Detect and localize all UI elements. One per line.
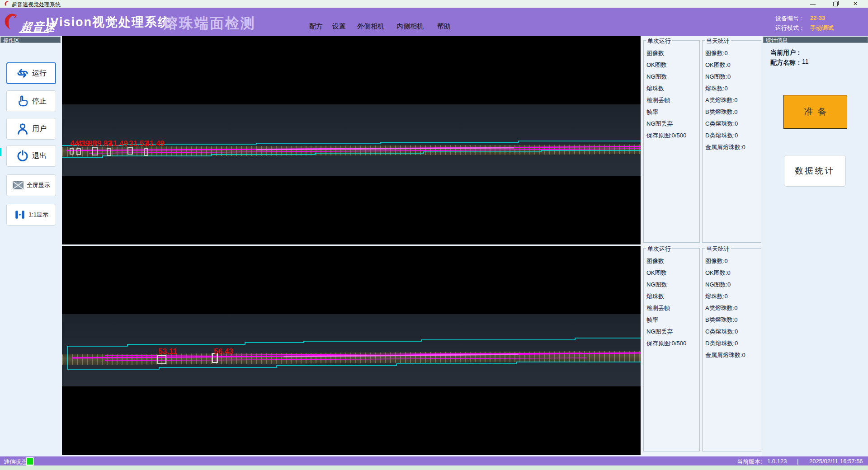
run-mode-value: 手动调试 [810, 24, 834, 32]
stat-row: A类熔珠数:0 [705, 94, 761, 106]
run-icon [16, 66, 29, 80]
user-icon [16, 122, 29, 136]
stat-row: 熔珠数 [646, 83, 699, 94]
menu-help[interactable]: 帮助 [437, 22, 451, 31]
single-run-groupbox-bottom: 单次运行 图像数 OK图数 NG图数 熔珠数 检测丢帧 帧率 NG图丢弃 保存原… [643, 248, 700, 451]
daily-stats-groupbox-bottom: 当天统计 图像数:0 OK图数:0 NG图数:0 熔珠数:0 A类熔珠数:0 B… [702, 248, 761, 451]
cyan-contour-top [67, 338, 641, 346]
stat-row: NG图数:0 [705, 71, 761, 83]
current-user-label: 当前用户： [770, 49, 802, 57]
stat-row: 帧率 [646, 106, 699, 118]
stat-row: NG图数 [646, 71, 699, 83]
statistics-columns: 单次运行 图像数 OK图数 NG图数 熔珠数 检测丢帧 帧率 NG图丢弃 保存原… [641, 36, 763, 456]
stop-button-label: 停止 [32, 97, 47, 106]
brand-underline [19, 32, 49, 33]
single-run-groupbox-top: 单次运行 图像数 OK图数 NG图数 熔珠数 检测丢帧 帧率 NG图丢弃 保存原… [643, 40, 700, 243]
stat-row: D类熔珠数:0 [705, 338, 761, 349]
stat-row: 图像数:0 [705, 47, 761, 59]
outer-camera-view[interactable]: 44.39 41.85 39.83 41.49 31.53 41.49 [62, 36, 641, 244]
minimize-button[interactable] [804, 0, 822, 8]
stat-row: 检测丢帧 [646, 94, 699, 106]
stat-row: NG图数 [646, 279, 699, 291]
magenta-highlight-segment [256, 148, 514, 150]
stat-row: OK图数:0 [705, 267, 761, 279]
stat-row: OK图数 [646, 267, 699, 279]
statistics-info-panel: 统计信息 当前用户： 配方名称： 11 准备 数据统计 [763, 36, 868, 456]
exit-button-label: 退出 [32, 151, 47, 161]
device-number-label: 设备编号： [775, 14, 805, 23]
exit-button[interactable]: 退出 [6, 145, 56, 167]
stat-row: NG图数:0 [705, 279, 761, 291]
stat-row: 金属屑熔珠数:0 [705, 141, 761, 153]
stat-row: D类熔珠数:0 [705, 130, 761, 141]
hand-stop-icon [16, 94, 29, 108]
power-icon [16, 149, 29, 163]
cyan-contour-bottom [62, 150, 641, 158]
groupbox-title: 单次运行 [646, 245, 672, 253]
run-button[interactable]: 运行 [6, 62, 56, 84]
version-label: 当前版本: [737, 458, 762, 466]
menu-settings[interactable]: 设置 [332, 22, 346, 31]
app-header: 超音速 IVision视觉处理系统 熔珠端面检测 配方 设置 外侧相机 内侧相机… [0, 8, 868, 36]
measurement-label: 56.43 [214, 347, 233, 356]
detection-overlay [62, 246, 641, 455]
stat-row: C类熔珠数:0 [705, 118, 761, 130]
groupbox-title: 当天统计 [705, 37, 731, 45]
fullscreen-button[interactable]: 全屏显示 [6, 174, 56, 196]
brand-swoosh-icon [1, 13, 19, 31]
window-titlebar: 超音速视觉处理系统 ✕ [0, 0, 868, 8]
stop-button[interactable]: 停止 [6, 90, 56, 112]
recipe-name-label: 配方名称： [770, 59, 802, 67]
stat-row: B类熔珠数:0 [705, 106, 761, 118]
inner-camera-view[interactable]: 53.11 56.43 [62, 246, 641, 455]
device-number-value: 22-33 [810, 14, 825, 21]
desktop-edge-strip [0, 465, 868, 470]
data-statistics-button[interactable]: 数据统计 [784, 155, 846, 187]
stat-row: 金属屑熔珠数:0 [705, 349, 761, 361]
stat-row: 熔珠数:0 [705, 83, 761, 94]
one-to-one-button[interactable]: 1:1显示 [6, 204, 56, 226]
measurement-label: 41.49 [108, 139, 128, 148]
stat-row: OK图数:0 [705, 59, 761, 71]
menu-outer-camera[interactable]: 外侧相机 [357, 22, 384, 31]
restore-button[interactable] [826, 0, 844, 8]
daily-stats-groupbox-top: 当天统计 图像数:0 OK图数:0 NG图数:0 熔珠数:0 A类熔珠数:0 B… [702, 40, 761, 243]
stat-row: 图像数 [646, 255, 699, 267]
stat-row: B类熔珠数:0 [705, 314, 761, 326]
comm-status-indicator [26, 457, 34, 465]
groupbox-title: 当天统计 [705, 245, 731, 253]
stat-row: 图像数 [646, 47, 699, 59]
run-button-label: 运行 [32, 69, 47, 78]
app-title: IVision视觉处理系统 [46, 14, 171, 30]
stat-row: 帧率 [646, 314, 699, 326]
cyan-contour-bottom [67, 362, 641, 369]
version-value: 1.0.123 [767, 458, 787, 465]
close-button[interactable]: ✕ [847, 0, 865, 8]
measurement-label: 41.49 [145, 139, 165, 148]
prepare-button[interactable]: 准备 [783, 95, 847, 129]
stat-row: OK图数 [646, 59, 699, 71]
app-subtitle: 熔珠端面检测 [164, 14, 256, 33]
user-button-label: 用户 [32, 124, 47, 134]
menu-recipe[interactable]: 配方 [309, 22, 323, 31]
stat-row: 熔珠数 [646, 291, 699, 302]
status-time: 16:57:56 [840, 458, 863, 465]
stat-row: C类熔珠数:0 [705, 326, 761, 338]
groupbox-title: 单次运行 [646, 37, 672, 45]
app-logo-icon [4, 1, 9, 7]
comm-status-label: 通信状态: [4, 458, 29, 466]
stat-row: 熔珠数:0 [705, 291, 761, 302]
stat-row: 图像数:0 [705, 255, 761, 267]
docked-edge-artifact [0, 148, 1, 156]
stat-row: A类熔珠数:0 [705, 302, 761, 314]
status-divider: | [797, 458, 798, 465]
menu-inner-camera[interactable]: 内侧相机 [396, 22, 424, 31]
run-mode-label: 运行模式： [775, 24, 805, 32]
recipe-name-value: 11 [802, 58, 809, 65]
status-date: 2025/02/11 [809, 458, 838, 465]
operation-panel-caption: 操作区 [0, 37, 61, 43]
stat-row: NG图丢弃 [646, 326, 699, 338]
operation-sidebar: 操作区 运行 停止 用户 退出 全屏显示 [0, 36, 61, 456]
stat-row: NG图丢弃 [646, 118, 699, 130]
user-button[interactable]: 用户 [6, 118, 56, 140]
